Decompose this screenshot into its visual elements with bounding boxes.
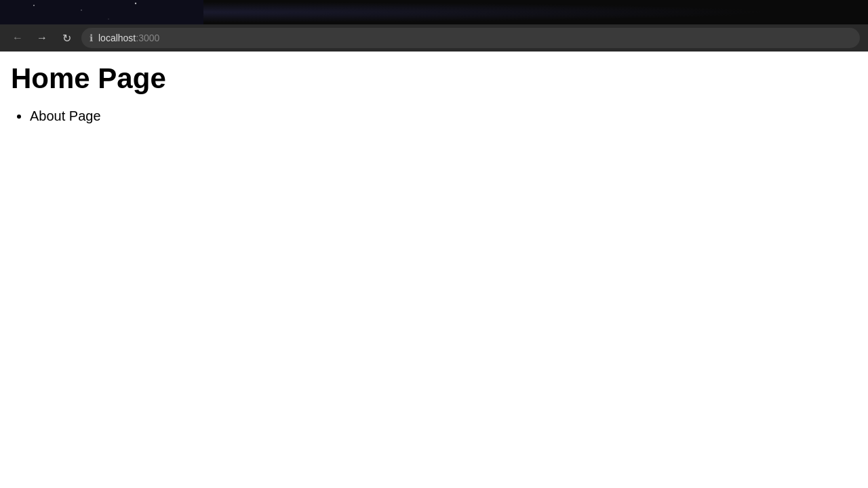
site-info-icon[interactable]: ℹ xyxy=(90,33,93,43)
refresh-icon: ↻ xyxy=(62,32,71,45)
forward-icon: → xyxy=(37,32,47,44)
page-heading: Home Page xyxy=(11,62,857,95)
tab-bar: Create Next App × + xyxy=(0,0,868,24)
new-tab-button[interactable]: + xyxy=(155,5,174,19)
about-page-link[interactable]: About Page xyxy=(30,108,101,123)
address-port: :3000 xyxy=(136,33,159,43)
back-icon: ← xyxy=(12,32,23,44)
tab-dropdown-button[interactable] xyxy=(5,4,16,20)
refresh-button[interactable]: ↻ xyxy=(57,28,76,47)
forward-button[interactable]: → xyxy=(33,28,52,47)
tab-favicon xyxy=(39,7,50,18)
list-item: About Page xyxy=(30,108,857,124)
page-nav-list: About Page xyxy=(11,108,857,124)
active-tab[interactable]: Create Next App × xyxy=(31,1,153,23)
browser-toolbar: ← → ↻ ℹ localhost:3000 xyxy=(0,24,868,52)
address-domain: localhost xyxy=(98,33,136,43)
tab-up-arrow-button[interactable] xyxy=(18,5,28,20)
address-text: localhost:3000 xyxy=(98,33,852,43)
tab-title: Create Next App xyxy=(55,7,128,18)
address-bar[interactable]: ℹ localhost:3000 xyxy=(81,28,860,48)
page-content: Home Page About Page xyxy=(0,52,868,488)
back-button[interactable]: ← xyxy=(8,28,27,47)
tab-close-button[interactable]: × xyxy=(134,5,144,19)
